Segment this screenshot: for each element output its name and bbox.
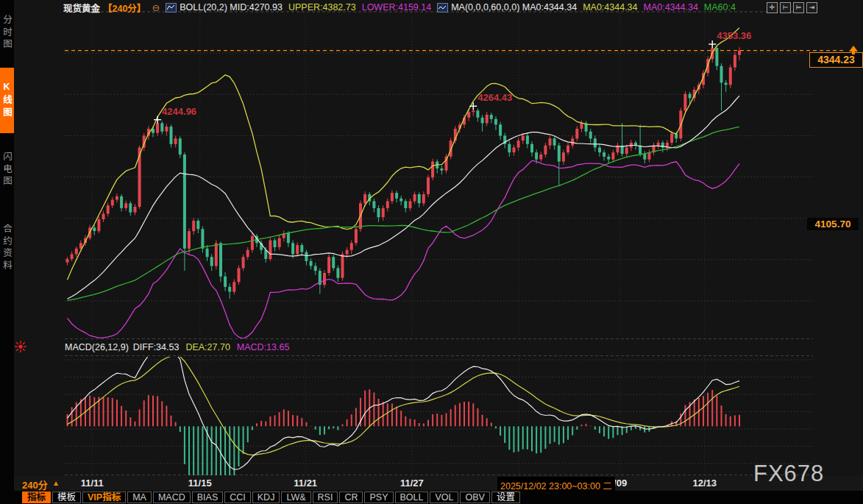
- toolbar-item-psy[interactable]: PSY: [364, 491, 393, 503]
- peak-price-annotation: 4244.96: [162, 106, 196, 117]
- ma0-magenta-value: MA0:4344.34: [643, 2, 697, 13]
- shift-right-icon[interactable]: ⇥: [806, 2, 817, 13]
- date-tick-label: 12/13: [693, 478, 717, 489]
- boll-indicator-icon[interactable]: [166, 3, 177, 13]
- macd-header: MACD(26,12,9) DIFF:34.53 DEA:27.70 MACD:…: [65, 342, 289, 352]
- kline-chart[interactable]: [0, 0, 863, 504]
- date-tick-label: 11/11: [81, 478, 104, 489]
- sidebar-item-timeline-chart[interactable]: 分时图: [0, 2, 14, 63]
- timeframe-up-icon[interactable]: ▲: [52, 479, 60, 487]
- watermark: FX678: [753, 461, 824, 487]
- indicator-header: 现货黄金 【240分】 ⊖ BOLL(20,2) MID:4270.93 UPP…: [63, 1, 736, 13]
- macd-diff-value: DIFF:34.53: [133, 342, 180, 352]
- sidebar-item-contract-info[interactable]: 合约资料: [0, 207, 14, 288]
- toolbar-item-vol[interactable]: VOL: [430, 491, 458, 503]
- ma-params-value: MA(0,0,0,60,0,0) MA0:4344.34: [451, 2, 577, 13]
- timeframe-badge[interactable]: 240分: [22, 478, 48, 491]
- toolbar-item-cr[interactable]: CR: [339, 491, 363, 503]
- toolbar-item-obv[interactable]: OBV: [460, 491, 489, 503]
- sidebar-item-kline-chart[interactable]: K线图: [0, 68, 14, 133]
- toolbar-item-ma[interactable]: MA: [127, 491, 152, 503]
- ma0-yellow-value: MA0:4344.34: [583, 2, 637, 13]
- live-indicator-icon: [15, 341, 26, 352]
- sidebar-item-label: 分时图: [1, 15, 12, 52]
- date-tick-label: 11/27: [400, 478, 424, 489]
- sidebar: 分时图 K线图 闪电图 合约资料: [0, 0, 14, 504]
- symbol-name: 现货黄金: [63, 1, 100, 15]
- macd-dea-value: DEA:27.70: [185, 342, 230, 352]
- toolbar-item-bias[interactable]: BIAS: [192, 491, 224, 503]
- toolbar-item-kdj[interactable]: KDJ: [252, 491, 280, 503]
- date-tick-label: 11/15: [188, 478, 212, 489]
- peak-price-annotation: 4353.36: [717, 30, 751, 41]
- sidebar-item-label: 合约资料: [1, 224, 12, 272]
- ma-indicator-icon[interactable]: [437, 3, 448, 13]
- sidebar-item-lightning-chart[interactable]: 闪电图: [0, 138, 14, 202]
- sidebar-item-label: K线图: [1, 82, 12, 119]
- secondary-price-label: 4105.70: [807, 218, 859, 230]
- indicator-toolbar: 指标模板VIP指标MAMACDBIASCCIKDJLW&RSICRPSYBOLL…: [14, 491, 863, 504]
- toolbar-item-macd[interactable]: MACD: [153, 491, 191, 503]
- toolbar-item-templates[interactable]: 模板: [52, 491, 81, 503]
- timeframe-label: 【240分】: [103, 1, 146, 15]
- macd-title: MACD(26,12,9): [65, 342, 129, 352]
- axis-left-icon[interactable]: ⊢: [780, 2, 791, 13]
- pan-icon[interactable]: ✛: [767, 2, 778, 13]
- boll-upper-value: UPPER:4382.73: [288, 2, 356, 13]
- toolbar-item-cci[interactable]: CCI: [224, 491, 251, 503]
- x-axis-row: 240分 ▲ 2025/12/02 23:00~03:00 二 11/1111/…: [14, 476, 863, 491]
- price-up-arrow-icon: [848, 44, 859, 55]
- toolbar-item-vip-indicators[interactable]: VIP指标: [82, 491, 126, 503]
- toolbar-item-rsi[interactable]: RSI: [313, 491, 338, 503]
- ma60-value: MA60:4: [704, 2, 736, 13]
- toolbar-item-indicators[interactable]: 指标: [22, 491, 51, 503]
- macd-value: MACD:13.65: [237, 342, 290, 352]
- date-tick-label: /09: [614, 478, 627, 489]
- boll-mid-value: BOLL(20,2) MID:4270.93: [180, 2, 283, 13]
- toolbar-item-settings[interactable]: 设置: [491, 491, 520, 503]
- kline-app: 分时图 K线图 闪电图 合约资料 现货黄金 【240分】 ⊖ BOLL(20,2…: [0, 0, 863, 504]
- chart-window-controls: ✛ ⊢ ⊨ ⇥: [767, 2, 817, 13]
- boll-lower-value: LOWER:4159.14: [362, 2, 432, 13]
- peak-price-annotation: 4264.43: [477, 92, 512, 103]
- toolbar-item-boll[interactable]: BOLL: [395, 491, 429, 503]
- axis-right-icon[interactable]: ⊨: [793, 2, 804, 13]
- sidebar-item-label: 闪电图: [1, 152, 12, 188]
- toolbar-item-lwr[interactable]: LW&: [281, 491, 310, 503]
- collapse-icon[interactable]: ⊖: [152, 2, 160, 13]
- date-tick-label: 11/21: [294, 478, 317, 489]
